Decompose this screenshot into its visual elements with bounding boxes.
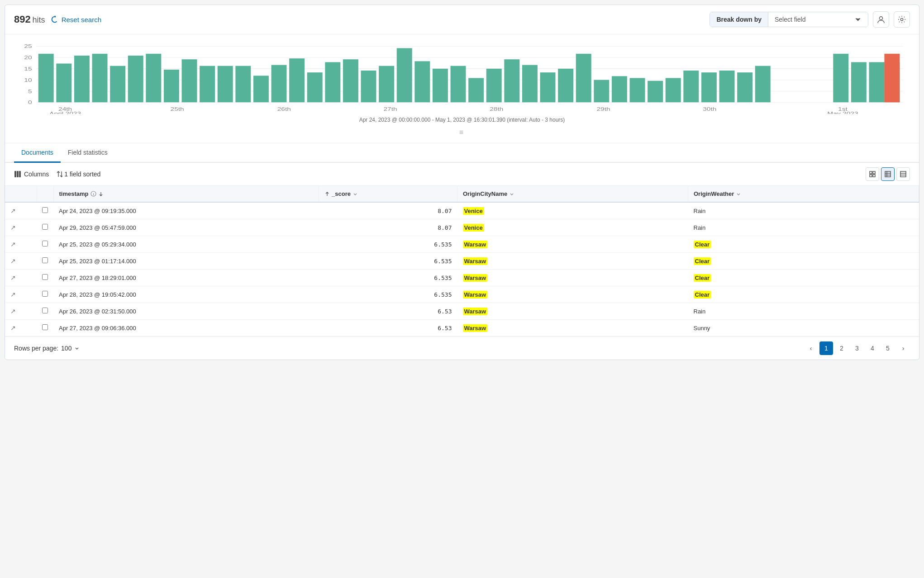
- svg-rect-24: [218, 66, 233, 103]
- table-view-icons: [866, 167, 910, 181]
- tab-documents[interactable]: Documents: [14, 143, 61, 163]
- row-checkbox[interactable]: [42, 308, 48, 313]
- user-icon-button[interactable]: [873, 11, 889, 28]
- table-view-button[interactable]: [881, 167, 895, 181]
- table-controls-left: Columns 1 field sorted: [14, 171, 100, 178]
- svg-rect-48: [648, 81, 663, 102]
- svg-rect-81: [900, 171, 906, 177]
- row-checkbox[interactable]: [42, 274, 48, 280]
- svg-rect-17: [92, 54, 108, 102]
- row-checkbox[interactable]: [42, 241, 48, 246]
- grid-view-button[interactable]: [866, 167, 879, 181]
- select-field-dropdown[interactable]: Select field: [768, 12, 868, 27]
- city-highlighted: Warsaw: [463, 274, 488, 282]
- expand-row-button[interactable]: ↗: [10, 274, 16, 281]
- row-checkbox[interactable]: [42, 257, 48, 263]
- table-header-row: timestamp i: [5, 186, 919, 202]
- table-row: ↗ Apr 26, 2023 @ 02:31:50.0006.53WarsawR…: [5, 303, 919, 320]
- row-actions: ↗: [10, 291, 31, 298]
- row-checkbox[interactable]: [42, 224, 48, 230]
- svg-rect-47: [630, 78, 645, 103]
- cell-score: 6.535: [319, 286, 457, 303]
- expand-row-button[interactable]: ↗: [10, 207, 16, 214]
- page-5-button[interactable]: 5: [881, 341, 895, 355]
- svg-rect-46: [612, 76, 627, 102]
- svg-text:0: 0: [28, 99, 32, 105]
- col-header-score[interactable]: _score: [319, 186, 457, 202]
- col-header-expand: [5, 186, 37, 202]
- svg-rect-35: [414, 61, 430, 102]
- expand-row-button[interactable]: ↗: [10, 224, 16, 231]
- svg-rect-59: [884, 54, 900, 102]
- expand-row-button[interactable]: ↗: [10, 291, 16, 298]
- svg-point-1: [900, 18, 903, 20]
- city-chevron-icon: [509, 191, 514, 197]
- settings-icon-button[interactable]: [894, 11, 910, 28]
- city-highlighted: Warsaw: [463, 241, 488, 248]
- svg-rect-77: [885, 171, 891, 177]
- tab-field-statistics[interactable]: Field statistics: [61, 143, 115, 163]
- city-highlighted: Venice: [463, 207, 484, 215]
- expand-row-button[interactable]: ↗: [10, 324, 16, 332]
- cell-weather: Clear: [688, 270, 919, 286]
- list-icon: [900, 171, 906, 177]
- table-row: ↗ Apr 29, 2023 @ 05:47:59.0008.07VeniceR…: [5, 219, 919, 236]
- expand-row-button[interactable]: ↗: [10, 241, 16, 248]
- row-checkbox[interactable]: [42, 207, 48, 213]
- svg-rect-23: [200, 66, 215, 103]
- grid-icon: [869, 171, 876, 177]
- svg-text:20: 20: [24, 55, 32, 61]
- table-row: ↗ Apr 24, 2023 @ 09:19:35.0008.07VeniceR…: [5, 202, 919, 219]
- info-icon: i: [90, 191, 96, 197]
- list-view-button[interactable]: [896, 167, 910, 181]
- expand-row-button[interactable]: ↗: [10, 308, 16, 315]
- cell-weather: Sunny: [688, 320, 919, 336]
- col-header-timestamp[interactable]: timestamp i: [53, 186, 319, 202]
- svg-rect-55: [833, 54, 848, 102]
- row-actions: ↗: [10, 308, 31, 315]
- cell-timestamp: Apr 27, 2023 @ 09:06:36.000: [53, 320, 319, 336]
- chart-area[interactable]: 25 20 15 10 5 0: [14, 42, 910, 114]
- city-highlighted: Warsaw: [463, 257, 488, 265]
- svg-rect-33: [379, 66, 394, 103]
- reset-search-button[interactable]: Reset search: [51, 15, 101, 24]
- svg-text:May 2023: May 2023: [827, 111, 858, 114]
- city-highlighted: Warsaw: [463, 308, 488, 315]
- svg-rect-39: [486, 69, 502, 102]
- svg-rect-37: [451, 66, 466, 103]
- col-header-city[interactable]: OriginCityName: [457, 186, 688, 202]
- svg-text:5: 5: [28, 89, 32, 95]
- page-4-button[interactable]: 4: [866, 341, 879, 355]
- svg-rect-74: [873, 171, 875, 174]
- select-field-text: Select field: [775, 16, 851, 23]
- cell-weather: Clear: [688, 286, 919, 303]
- drag-handle[interactable]: ≡: [14, 126, 910, 139]
- svg-rect-28: [289, 58, 305, 102]
- col-header-check: [37, 186, 53, 202]
- cell-city: Warsaw: [457, 303, 688, 320]
- svg-rect-38: [468, 78, 484, 103]
- cell-score: 6.535: [319, 253, 457, 270]
- page-prev-button[interactable]: ‹: [804, 341, 818, 355]
- col-header-weather[interactable]: OriginWeather: [688, 186, 919, 202]
- cell-timestamp: Apr 28, 2023 @ 19:05:42.000: [53, 286, 319, 303]
- page-3-button[interactable]: 3: [850, 341, 864, 355]
- svg-text:27th: 27th: [383, 106, 397, 112]
- page-2-button[interactable]: 2: [835, 341, 848, 355]
- table-row: ↗ Apr 25, 2023 @ 05:29:34.0006.535Warsaw…: [5, 236, 919, 253]
- expand-row-button[interactable]: ↗: [10, 257, 16, 265]
- row-checkbox[interactable]: [42, 291, 48, 297]
- svg-text:10: 10: [24, 77, 32, 83]
- svg-rect-22: [182, 59, 197, 102]
- row-checkbox[interactable]: [42, 324, 48, 330]
- rows-per-page-selector[interactable]: Rows per page: 100: [14, 345, 80, 352]
- page-next-button[interactable]: ›: [896, 341, 910, 355]
- svg-rect-29: [307, 72, 323, 102]
- columns-button[interactable]: Columns: [14, 171, 49, 178]
- cell-timestamp: Apr 29, 2023 @ 05:47:59.000: [53, 219, 319, 236]
- svg-rect-44: [576, 54, 591, 102]
- page-1-button[interactable]: 1: [819, 341, 833, 355]
- svg-rect-76: [873, 175, 875, 177]
- cell-timestamp: Apr 25, 2023 @ 05:29:34.000: [53, 236, 319, 253]
- svg-point-0: [879, 17, 882, 20]
